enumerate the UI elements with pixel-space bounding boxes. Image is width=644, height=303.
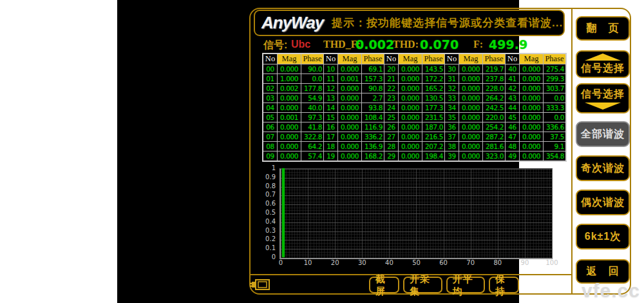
- mag-cell: 0.000: [459, 132, 483, 142]
- phase-cell: 165.2: [422, 84, 445, 93]
- all-harmonics-button[interactable]: 全部谐波: [576, 121, 630, 147]
- phase-cell: 0.0: [544, 93, 567, 103]
- mag-cell: 0.000: [520, 93, 544, 103]
- page-turn-button[interactable]: 翻 页: [576, 16, 630, 41]
- no-cell: 24: [384, 103, 399, 113]
- start-averaging-button[interactable]: 开平均: [446, 277, 486, 293]
- no-cell: 14: [324, 103, 338, 113]
- x-tick-label: 90: [514, 259, 536, 266]
- screenshot-button[interactable]: 截屏: [369, 277, 399, 293]
- x-tick-label: 20: [324, 259, 346, 266]
- no-cell: 22: [384, 84, 399, 93]
- mag-cell: 1.000: [278, 74, 301, 84]
- phase-cell: 0.0: [544, 113, 567, 122]
- phase-cell: 143.5: [422, 64, 445, 74]
- phase-cell: 90.0: [301, 64, 324, 74]
- y-tick-label: 0.9: [255, 173, 276, 181]
- phase-cell: 177.8: [301, 84, 324, 93]
- no-cell: 29: [384, 152, 399, 162]
- phase-cell: 303.7: [544, 84, 567, 93]
- mag-cell: 0.000: [399, 122, 422, 132]
- mag-cell: 0.000: [399, 142, 422, 152]
- start-acquisition-button[interactable]: 开采集: [403, 277, 442, 293]
- no-cell: 08: [263, 142, 278, 152]
- x-tick-label: 10: [297, 259, 319, 266]
- battery-icon: [250, 278, 272, 292]
- mag-cell: 0.000: [399, 93, 422, 103]
- no-cell: 05: [263, 113, 278, 122]
- no-cell: 39: [445, 152, 459, 162]
- no-cell: 48: [506, 142, 520, 152]
- arrow-up-icon: [585, 54, 621, 61]
- phase-cell: 333.3: [544, 103, 567, 113]
- no-cell: 25: [384, 113, 399, 122]
- button-label: 信号选择: [581, 88, 625, 101]
- phase-cell: 354.8: [544, 152, 567, 162]
- mag-cell: 0.000: [338, 113, 362, 122]
- table-row: 050.00197.3150.000108.4250.000231.5350.0…: [263, 113, 566, 122]
- no-cell: 11: [324, 74, 338, 84]
- phase-cell: 57.4: [301, 152, 324, 162]
- phase-cell: 168.2: [362, 152, 384, 162]
- mag-cell: 0.000: [459, 142, 483, 152]
- signal-select-up-button[interactable]: 信号选择: [576, 50, 630, 78]
- mag-cell: 0.000: [399, 132, 422, 142]
- col-header: Phase: [422, 54, 445, 64]
- x-tick-label: 40: [378, 259, 400, 266]
- x-tick-label: 30: [351, 259, 373, 266]
- no-cell: 13: [324, 93, 338, 103]
- phase-cell: 130.5: [422, 93, 445, 103]
- six-k-plus-minus-one-button[interactable]: 6k±1次: [576, 224, 630, 249]
- mag-cell: 0.000: [459, 84, 483, 93]
- bottom-toolbar: 截屏 开采集 开平均 保持: [369, 277, 519, 293]
- mag-cell: 0.000: [399, 84, 422, 93]
- col-header: Phase: [483, 54, 506, 64]
- col-header: No: [445, 54, 459, 64]
- phase-cell: 275.4: [544, 64, 567, 74]
- mag-cell: 0.000: [338, 132, 362, 142]
- no-cell: 02: [263, 84, 278, 93]
- mag-cell: 0.000: [278, 122, 301, 132]
- x-tick-label: 60: [433, 259, 455, 266]
- phase-cell: 172.2: [422, 74, 445, 84]
- signal-label: 信号:: [263, 39, 287, 52]
- col-header: Phase: [362, 54, 384, 64]
- mag-cell: 0.000: [338, 93, 362, 103]
- even-harmonics-button[interactable]: 偶次谐波: [576, 190, 630, 215]
- signal-select-down-button[interactable]: 信号选择: [576, 83, 630, 113]
- phase-cell: 237.8: [483, 74, 506, 84]
- no-cell: 40: [506, 64, 520, 74]
- freq-value: 499.9: [489, 37, 527, 52]
- col-header: No: [263, 54, 278, 64]
- odd-harmonics-button[interactable]: 奇次谐波: [576, 155, 630, 181]
- phase-cell: 231.5: [422, 113, 445, 122]
- no-cell: 34: [445, 103, 459, 113]
- mag-cell: 0.000: [520, 84, 544, 93]
- mag-cell: 0.000: [278, 64, 301, 74]
- arrow-down-icon: [585, 103, 621, 110]
- mag-cell: 0.000: [459, 152, 483, 162]
- button-label: 全部谐波: [581, 128, 625, 141]
- harmonics-table: NoMagPhaseNoMagPhaseNoMagPhaseNoMagPhase…: [262, 53, 567, 162]
- button-label: 返 回: [587, 265, 620, 279]
- mag-cell: 0.000: [338, 84, 362, 93]
- x-tick-label: 70: [460, 259, 482, 266]
- mag-cell: 0.000: [459, 64, 483, 74]
- phase-cell: 0.0: [301, 74, 324, 84]
- no-cell: 36: [445, 122, 459, 132]
- no-cell: 06: [263, 122, 278, 132]
- phase-cell: 281.6: [483, 142, 506, 152]
- y-tick-label: 0.2: [255, 235, 276, 242]
- col-header: Mag: [459, 54, 483, 64]
- no-cell: 42: [506, 84, 520, 93]
- mag-cell: 0.000: [520, 103, 544, 113]
- phase-cell: 220.0: [483, 113, 506, 122]
- col-header: No: [384, 54, 399, 64]
- thd-value: 0.070: [420, 37, 459, 52]
- analyzer-screen: AnyWay 提示：按功能键选择信号源或分类查看谐波... 信号: Ubc TH…: [117, 0, 519, 303]
- no-cell: 46: [506, 122, 520, 132]
- mag-cell: 0.000: [399, 113, 422, 122]
- phase-cell: 254.2: [483, 122, 506, 132]
- hold-button[interactable]: 保持: [489, 277, 519, 293]
- table-row: 000.00090.0100.00069.1200.000143.5300.00…: [263, 64, 566, 74]
